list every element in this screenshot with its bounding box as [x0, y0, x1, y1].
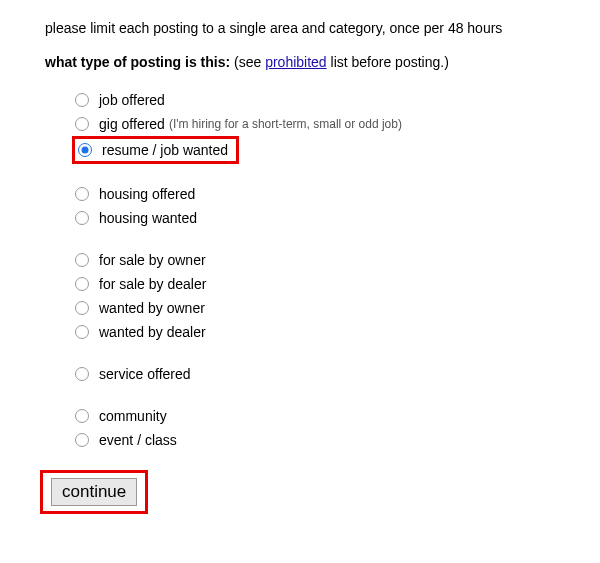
option-for-sale-by-owner[interactable]: for sale by owner — [75, 248, 555, 272]
option-housing-wanted[interactable]: housing wanted — [75, 206, 555, 230]
option-label: for sale by owner — [99, 250, 206, 270]
option-for-sale-by-dealer[interactable]: for sale by dealer — [75, 272, 555, 296]
option-label: gig offered — [99, 114, 165, 134]
option-label: housing wanted — [99, 208, 197, 228]
option-label: wanted by dealer — [99, 322, 206, 342]
radio-icon[interactable] — [78, 143, 92, 157]
option-label: housing offered — [99, 184, 195, 204]
radio-icon[interactable] — [75, 409, 89, 423]
option-sublabel: (I'm hiring for a short-term, small or o… — [169, 114, 402, 134]
option-housing-offered[interactable]: housing offered — [75, 182, 555, 206]
radio-icon[interactable] — [75, 211, 89, 225]
option-label: wanted by owner — [99, 298, 205, 318]
option-group-service: service offered — [75, 362, 555, 386]
prohibited-link[interactable]: prohibited — [265, 54, 327, 70]
continue-button[interactable]: continue — [51, 478, 137, 506]
option-label: for sale by dealer — [99, 274, 206, 294]
radio-icon[interactable] — [75, 117, 89, 131]
option-label: community — [99, 406, 167, 426]
option-service-offered[interactable]: service offered — [75, 362, 555, 386]
option-group-sale: for sale by owner for sale by dealer wan… — [75, 248, 555, 344]
option-event-class[interactable]: event / class — [75, 428, 555, 452]
option-label: resume / job wanted — [102, 140, 228, 160]
option-gig-offered[interactable]: gig offered (I'm hiring for a short-term… — [75, 112, 555, 136]
highlight-continue: continue — [40, 470, 148, 514]
question-suffix: list before posting.) — [327, 54, 449, 70]
option-resume-job-wanted[interactable]: resume / job wanted — [75, 140, 228, 160]
option-job-offered[interactable]: job offered — [75, 88, 555, 112]
posting-type-options: job offered gig offered (I'm hiring for … — [45, 88, 555, 452]
option-label: event / class — [99, 430, 177, 450]
radio-icon[interactable] — [75, 433, 89, 447]
option-community[interactable]: community — [75, 404, 555, 428]
radio-icon[interactable] — [75, 93, 89, 107]
question-line: what type of posting is this: (see prohi… — [45, 54, 555, 70]
option-group-jobs: job offered gig offered (I'm hiring for … — [75, 88, 555, 164]
question-mid: (see — [230, 54, 265, 70]
option-group-community: community event / class — [75, 404, 555, 452]
radio-icon[interactable] — [75, 253, 89, 267]
radio-icon[interactable] — [75, 187, 89, 201]
option-label: service offered — [99, 364, 191, 384]
highlight-resume-job-wanted: resume / job wanted — [72, 136, 239, 164]
radio-icon[interactable] — [75, 277, 89, 291]
intro-text: please limit each posting to a single ar… — [45, 20, 555, 36]
radio-icon[interactable] — [75, 367, 89, 381]
radio-icon[interactable] — [75, 325, 89, 339]
option-wanted-by-dealer[interactable]: wanted by dealer — [75, 320, 555, 344]
continue-wrapper: continue — [40, 470, 555, 514]
option-label: job offered — [99, 90, 165, 110]
question-bold: what type of posting is this: — [45, 54, 230, 70]
option-group-housing: housing offered housing wanted — [75, 182, 555, 230]
option-wanted-by-owner[interactable]: wanted by owner — [75, 296, 555, 320]
radio-icon[interactable] — [75, 301, 89, 315]
